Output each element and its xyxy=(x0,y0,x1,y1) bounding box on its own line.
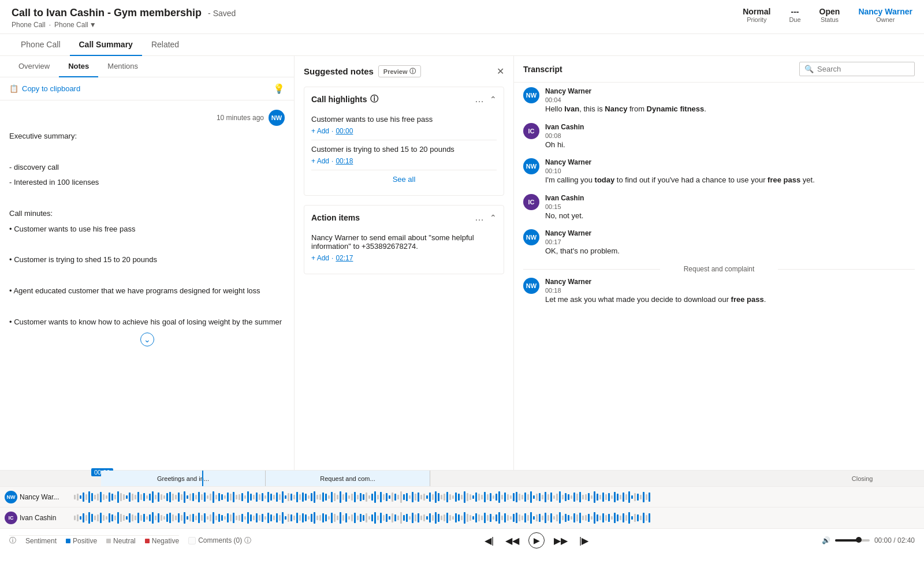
breadcrumb-dropdown[interactable]: Phone Call ▼ xyxy=(54,21,96,29)
transcript-search[interactable]: 🔍 xyxy=(799,62,915,76)
wave-bar xyxy=(334,493,336,501)
transcript-header: Transcript 🔍 xyxy=(514,56,924,83)
sentiment-area: ⓘ Sentiment Positive Neutral Negative xyxy=(9,535,251,546)
wave-bar xyxy=(340,491,341,503)
bottom-controls: ⓘ Sentiment Positive Neutral Negative xyxy=(0,528,924,552)
expand-button[interactable]: ⌄ xyxy=(140,333,154,346)
wave-bar xyxy=(559,491,561,503)
play-button[interactable]: ▶ xyxy=(528,532,545,548)
tab-call-summary[interactable]: Call Summary xyxy=(70,34,142,56)
fast-forward-button[interactable]: ▶▶ xyxy=(552,534,570,547)
wave-bar xyxy=(319,494,321,500)
comments-checkbox xyxy=(188,537,196,544)
more-options-icon-2[interactable]: … xyxy=(475,212,485,223)
transcript-entry-4: IC Ivan Cashin 00:15 No, not yet. xyxy=(523,194,915,222)
breadcrumb: Phone Call · Phone Call ▼ xyxy=(12,21,236,29)
transcript-entry-3: NW Nancy Warner 00:10 I'm calling you to… xyxy=(523,158,915,186)
wave-bar xyxy=(279,494,281,500)
wave-bar xyxy=(409,495,411,499)
wave-bar xyxy=(279,515,281,521)
wave-bar xyxy=(126,516,128,520)
wave-bar xyxy=(507,515,509,521)
comments-button[interactable]: Comments (0) ⓘ xyxy=(188,536,251,546)
collapse-icon[interactable]: ⌃ xyxy=(490,95,497,104)
speaker-label-nancy: NW Nancy War... xyxy=(0,491,69,503)
wave-bar xyxy=(363,494,364,500)
wave-bar xyxy=(132,494,133,501)
wave-bar xyxy=(152,491,154,503)
wave-bar xyxy=(328,495,330,499)
wave-bar xyxy=(264,516,266,520)
add-link-2[interactable]: + Add · 00:18 xyxy=(311,157,497,165)
sub-tabs: Overview Notes Mentions xyxy=(0,56,294,77)
panels-row: Overview Notes Mentions 📋 Copy to clipbo… xyxy=(0,56,924,470)
wave-bar xyxy=(135,495,136,499)
wave-bar xyxy=(452,516,454,520)
page-title: Call to Ivan Cashin - Gym membership - S… xyxy=(12,7,236,19)
clipboard-icon: 📋 xyxy=(9,84,18,93)
subtab-mentions[interactable]: Mentions xyxy=(98,56,147,77)
owner-value[interactable]: Nancy Warner xyxy=(858,7,912,16)
wave-bar xyxy=(149,514,151,521)
due-label: Due xyxy=(789,16,800,23)
wave-bar xyxy=(553,516,555,520)
subtab-notes[interactable]: Notes xyxy=(59,56,98,77)
rewind-button[interactable]: ◀◀ xyxy=(503,534,521,547)
wave-bar xyxy=(233,513,234,523)
wave-bar xyxy=(314,512,315,524)
breadcrumb-item-1: Phone Call xyxy=(12,21,46,29)
collapse-icon-2[interactable]: ⌃ xyxy=(490,213,497,222)
wave-bar xyxy=(181,494,182,500)
tab-phone-call[interactable]: Phone Call xyxy=(12,34,70,56)
volume-slider[interactable] xyxy=(835,539,870,542)
close-button[interactable]: ✕ xyxy=(497,66,504,77)
wave-bar xyxy=(435,491,437,503)
add-link-1[interactable]: + Add · 00:00 xyxy=(311,127,497,135)
action-add-link[interactable]: + Add · 02:17 xyxy=(311,254,497,262)
wave-bar xyxy=(114,495,116,499)
preview-badge[interactable]: Preview ⓘ xyxy=(378,65,422,77)
wave-bar xyxy=(530,512,532,524)
wave-bar xyxy=(276,513,278,523)
wave-bar xyxy=(400,512,402,524)
wave-bar xyxy=(470,515,471,521)
wave-bar xyxy=(236,516,237,520)
wave-bar xyxy=(103,494,105,500)
wave-bar xyxy=(322,492,324,502)
volume-icon[interactable]: 🔊 xyxy=(822,536,830,544)
wave-bar xyxy=(198,492,200,502)
tab-related[interactable]: Related xyxy=(142,34,188,56)
see-all-button[interactable]: See all xyxy=(311,170,497,188)
subtab-overview[interactable]: Overview xyxy=(9,56,59,77)
wave-bar xyxy=(640,516,642,520)
owner-meta: Nancy Warner Owner xyxy=(858,7,912,23)
wave-bar xyxy=(585,515,587,521)
wave-bar xyxy=(394,494,396,501)
wave-bar xyxy=(415,494,416,501)
negative-dot xyxy=(145,539,150,543)
wave-bar xyxy=(88,491,90,503)
wave-bar xyxy=(397,495,399,499)
copy-clipboard-button[interactable]: 📋 Copy to clipboard xyxy=(9,84,80,93)
sentiment-icon: ⓘ xyxy=(9,536,16,546)
wave-bar xyxy=(591,495,593,499)
wave-bar xyxy=(311,493,312,501)
section-header-highlights: Call highlights ⓘ … ⌃ xyxy=(311,94,497,105)
skip-to-end-button[interactable]: |▶ xyxy=(577,534,591,547)
priority-value: Normal xyxy=(743,7,770,16)
wave-bar xyxy=(649,513,650,523)
info-icon: ⓘ xyxy=(409,67,416,76)
wave-bar xyxy=(224,495,226,499)
wave-bar xyxy=(605,515,607,521)
segment-middle xyxy=(430,471,800,486)
search-input[interactable] xyxy=(817,65,914,73)
bulb-icon[interactable]: 💡 xyxy=(273,83,285,94)
more-options-icon[interactable]: … xyxy=(475,94,485,105)
skip-to-start-button[interactable]: ◀| xyxy=(482,534,496,547)
wave-bar xyxy=(527,515,529,521)
wave-bar xyxy=(348,495,350,499)
wave-bar xyxy=(403,515,405,521)
wave-bar xyxy=(597,494,598,501)
wave-bar xyxy=(487,494,489,500)
wave-bar xyxy=(207,516,208,520)
